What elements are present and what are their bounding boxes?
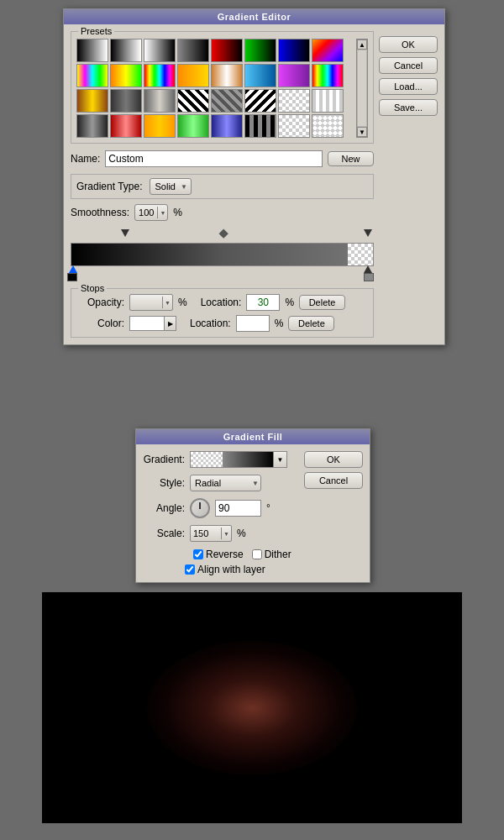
- preset-item[interactable]: [211, 89, 243, 113]
- gradient-checker: [191, 452, 224, 467]
- style-row: Style: Radial ▼: [143, 475, 297, 491]
- gradient-type-label: Gradient Type:: [76, 181, 143, 192]
- presets-legend: Presets: [78, 26, 114, 36]
- preset-item[interactable]: [244, 89, 276, 113]
- scale-pct: %: [237, 528, 246, 539]
- color-stop-right[interactable]: [365, 265, 374, 281]
- preset-item[interactable]: [278, 39, 310, 62]
- opacity-pct: %: [178, 297, 187, 308]
- preset-item[interactable]: [76, 114, 108, 138]
- new-button[interactable]: New: [328, 151, 374, 166]
- preset-item[interactable]: [144, 89, 176, 113]
- style-select[interactable]: Radial ▼: [190, 475, 261, 491]
- fill-cancel-button[interactable]: Cancel: [304, 472, 363, 489]
- preset-item[interactable]: [312, 64, 344, 87]
- preset-item[interactable]: [244, 114, 276, 138]
- load-button[interactable]: Load...: [379, 78, 438, 95]
- name-row: Name: New: [71, 150, 374, 167]
- dither-checkbox[interactable]: Dither: [252, 549, 291, 560]
- gradient-preview: [190, 451, 274, 468]
- style-arrow: ▼: [252, 480, 259, 487]
- save-button[interactable]: Save...: [379, 99, 438, 116]
- gradient-type-value: Solid: [152, 181, 179, 192]
- gradient-bar-section: [71, 228, 374, 283]
- dialog-buttons: OK Cancel Load... Save...: [374, 31, 438, 338]
- checkboxes-row2: Align with layer: [143, 564, 297, 575]
- gradient-editor-title: Gradient Editor: [64, 9, 444, 24]
- scroll-down-arrow[interactable]: ▼: [357, 127, 367, 137]
- preset-item[interactable]: [211, 64, 243, 87]
- midpoint-diamond[interactable]: [218, 229, 228, 239]
- scale-input[interactable]: 150 ▼: [190, 525, 232, 542]
- preset-item[interactable]: [144, 64, 176, 87]
- gradient-label: Gradient:: [143, 454, 185, 465]
- angle-row: Angle: °: [143, 498, 297, 518]
- preset-item[interactable]: [244, 39, 276, 62]
- angle-input[interactable]: [215, 500, 261, 517]
- preset-item[interactable]: [177, 89, 209, 113]
- preset-item[interactable]: [76, 89, 108, 113]
- checkboxes-row1: Reverse Dither: [143, 549, 297, 560]
- gradient-row: Gradient: ▼: [143, 451, 297, 468]
- location2-input[interactable]: [236, 315, 270, 332]
- preset-item[interactable]: [110, 64, 142, 87]
- stops-section: Stops Opacity: ▼ % Location: % Delete: [71, 288, 374, 338]
- fill-ok-button[interactable]: OK: [304, 451, 363, 468]
- ok-button[interactable]: OK: [379, 36, 438, 53]
- location1-label: Location:: [201, 297, 242, 308]
- preset-item[interactable]: [177, 39, 209, 62]
- preset-item[interactable]: [177, 64, 209, 87]
- delete-opacity-button[interactable]: Delete: [299, 295, 345, 310]
- opacity-input[interactable]: ▼: [129, 294, 173, 311]
- preset-item[interactable]: [244, 64, 276, 87]
- cancel-button[interactable]: Cancel: [379, 57, 438, 74]
- preset-item[interactable]: [278, 64, 310, 87]
- preset-item[interactable]: [76, 39, 108, 62]
- canvas-area: [42, 592, 462, 823]
- preset-item[interactable]: [211, 114, 243, 138]
- gradient-editor-dialog: Gradient Editor Presets: [63, 8, 445, 345]
- smoothness-input[interactable]: 100 ▼: [134, 204, 168, 221]
- gradient-thumb-arrow[interactable]: ▼: [274, 451, 287, 468]
- align-layer-checkbox[interactable]: Align with layer: [185, 564, 265, 575]
- preset-item[interactable]: [278, 89, 310, 113]
- delete-color-button[interactable]: Delete: [288, 316, 334, 331]
- scroll-up-arrow[interactable]: ▲: [357, 39, 367, 50]
- color-swatch-arrow[interactable]: ▶: [165, 316, 176, 331]
- transparency-area: [348, 244, 373, 265]
- gradient-type-select[interactable]: Solid ▼: [150, 178, 192, 195]
- preset-item[interactable]: [312, 39, 344, 62]
- presets-scrollbar[interactable]: ▲ ▼: [356, 39, 368, 138]
- preset-item[interactable]: [211, 39, 243, 62]
- opacity-stops-bar: [71, 228, 374, 243]
- opacity-stop-right[interactable]: [364, 229, 372, 237]
- preset-item[interactable]: [76, 64, 108, 87]
- opacity-row: Opacity: ▼ % Location: % Delete: [78, 294, 366, 311]
- preset-item[interactable]: [110, 114, 142, 138]
- reverse-checkbox[interactable]: Reverse: [193, 549, 244, 560]
- preset-item[interactable]: [278, 114, 310, 138]
- location1-input[interactable]: [246, 294, 280, 311]
- color-swatch-wrapper[interactable]: ▶: [129, 316, 176, 331]
- angle-dial[interactable]: [190, 498, 210, 518]
- preset-item[interactable]: [110, 39, 142, 62]
- opacity-stop-left[interactable]: [121, 229, 129, 237]
- presets-grid: [76, 39, 353, 138]
- preset-item[interactable]: [312, 89, 344, 113]
- preset-item[interactable]: [144, 114, 176, 138]
- angle-label: Angle:: [143, 502, 185, 514]
- preset-item[interactable]: [144, 39, 176, 62]
- fill-buttons: OK Cancel: [304, 451, 363, 575]
- color-stop-left[interactable]: [69, 265, 77, 281]
- style-label: Style:: [143, 477, 185, 489]
- smoothness-label: Smoothness:: [71, 207, 129, 218]
- smoothness-pct: %: [173, 207, 182, 218]
- preset-item[interactable]: [177, 114, 209, 138]
- name-input[interactable]: [105, 150, 323, 167]
- preset-item[interactable]: [110, 89, 142, 113]
- preset-item[interactable]: [312, 114, 344, 138]
- color-swatch: [129, 316, 165, 331]
- gradient-bar[interactable]: [71, 243, 374, 266]
- gradient-thumb-wrapper[interactable]: ▼: [190, 451, 287, 468]
- color-row: Color: ▶ Location: % Delete: [78, 315, 366, 332]
